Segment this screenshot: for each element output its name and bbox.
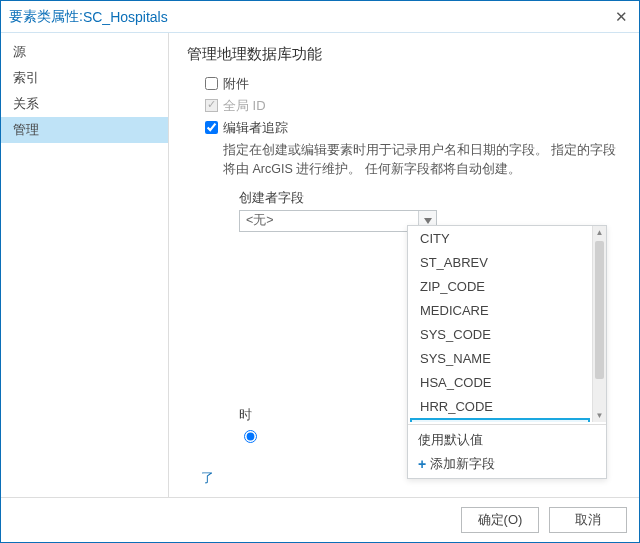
dropdown-item-highlighted[interactable]: Creator	[410, 418, 590, 422]
checkbox-label: 附件	[223, 75, 249, 93]
creator-field-label: 创建者字段	[239, 189, 621, 207]
checkbox-label: 编辑者追踪	[223, 119, 288, 137]
scroll-track[interactable]	[593, 239, 606, 409]
dropdown-item[interactable]: ST_ABREV	[410, 250, 590, 274]
dropdown-item[interactable]: HSA_CODE	[410, 370, 590, 394]
dropdown-item[interactable]: ZIP_CODE	[410, 274, 590, 298]
content-pane: 管理地理数据库功能 附件 全局 ID 编辑者追踪 指定在创建或编辑要素时用于记录…	[169, 33, 639, 497]
sidebar-item-relationship[interactable]: 关系	[1, 91, 168, 117]
scroll-down-icon[interactable]: ▼	[596, 409, 604, 422]
ok-button[interactable]: 确定(O)	[461, 507, 539, 533]
sidebar-item-source[interactable]: 源	[1, 39, 168, 65]
section-heading: 管理地理数据库功能	[187, 45, 621, 64]
checkbox-attachments[interactable]	[205, 77, 218, 90]
sidebar-item-label: 管理	[13, 122, 39, 137]
editor-tracking-description: 指定在创建或编辑要素时用于记录用户名和日期的字段。 指定的字段将由 ArcGIS…	[223, 141, 621, 179]
combo-selected-value: <无>	[240, 212, 418, 229]
sidebar-item-index[interactable]: 索引	[1, 65, 168, 91]
checkbox-row-editor-tracking: 编辑者追踪	[201, 118, 621, 137]
sidebar-item-label: 索引	[13, 70, 39, 85]
sidebar-item-label: 关系	[13, 96, 39, 111]
checkbox-label: 全局 ID	[223, 97, 266, 115]
cancel-button[interactable]: 取消	[549, 507, 627, 533]
sidebar: 源 索引 关系 管理	[1, 33, 169, 497]
dropdown-item[interactable]: MEDICARE	[410, 298, 590, 322]
radio-option[interactable]	[244, 430, 257, 443]
checkbox-editor-tracking[interactable]	[205, 121, 218, 134]
checkbox-row-globalid: 全局 ID	[201, 96, 621, 115]
titlebar: 要素类属性: SC_Hospitals ✕	[1, 1, 639, 33]
feature-class-properties-dialog: 要素类属性: SC_Hospitals ✕ 源 索引 关系 管理 管理地理数据库…	[0, 0, 640, 543]
creator-field-dropdown: CITY ST_ABREV ZIP_CODE MEDICARE SYS_CODE…	[407, 225, 607, 479]
dropdown-scrollbar[interactable]: ▲ ▼	[592, 226, 606, 422]
dropdown-item[interactable]: SYS_NAME	[410, 346, 590, 370]
sidebar-item-manage[interactable]: 管理	[1, 117, 168, 143]
dropdown-item[interactable]: SYS_CODE	[410, 322, 590, 346]
dropdown-item[interactable]: CITY	[410, 226, 590, 250]
checkbox-globalid	[205, 99, 218, 112]
close-button[interactable]: ✕	[611, 7, 631, 27]
dropdown-item[interactable]: HRR_CODE	[410, 394, 590, 418]
plus-icon: +	[418, 456, 426, 472]
dropdown-items: CITY ST_ABREV ZIP_CODE MEDICARE SYS_CODE…	[408, 226, 592, 422]
scroll-up-icon[interactable]: ▲	[596, 226, 604, 239]
dropdown-separator	[408, 424, 606, 425]
title-value: SC_Hospitals	[83, 9, 168, 25]
checkbox-row-attachments: 附件	[201, 74, 621, 93]
title-prefix: 要素类属性:	[9, 8, 83, 26]
sidebar-item-label: 源	[13, 44, 26, 59]
dialog-footer: 确定(O) 取消	[1, 498, 639, 542]
dropdown-add-new-field[interactable]: + 添加新字段	[408, 452, 606, 476]
scroll-thumb[interactable]	[595, 241, 604, 379]
dropdown-use-default[interactable]: 使用默认值	[408, 428, 606, 452]
chevron-down-icon	[424, 218, 432, 224]
